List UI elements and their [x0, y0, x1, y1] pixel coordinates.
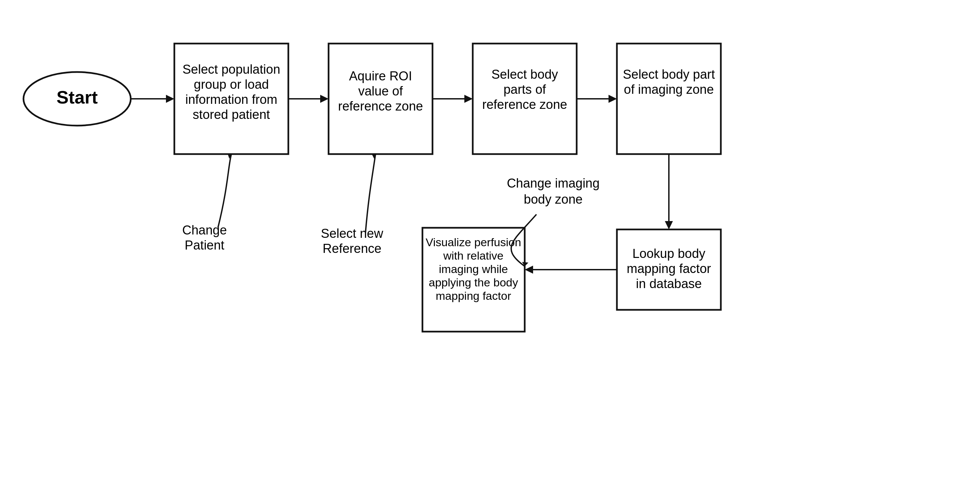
acquire-roi-node — [329, 44, 433, 154]
svg-text:mapping factor: mapping factor — [436, 290, 511, 302]
svg-text:Patient: Patient — [185, 238, 224, 252]
change-patient-label: Change — [182, 223, 227, 237]
select-patient-label: Select population — [182, 62, 280, 76]
svg-text:group or load: group or load — [194, 78, 269, 92]
select-body-part-imaging-label: Select body part — [623, 67, 715, 81]
svg-text:reference zone: reference zone — [482, 97, 567, 111]
diagram-container: Start Select population group or load in… — [0, 0, 980, 480]
svg-text:in database: in database — [636, 277, 702, 291]
svg-text:stored patient: stored patient — [193, 108, 270, 122]
lookup-body-mapping-label: Lookup body — [632, 247, 705, 261]
svg-text:imaging while: imaging while — [439, 263, 508, 275]
svg-text:parts of: parts of — [504, 82, 546, 97]
svg-text:value of: value of — [358, 84, 403, 98]
select-body-part-imaging-node — [617, 44, 721, 154]
start-label: Start — [56, 87, 97, 107]
svg-text:reference zone: reference zone — [338, 99, 423, 113]
svg-text:information from: information from — [185, 92, 278, 106]
svg-text:with relative: with relative — [443, 249, 504, 262]
svg-text:of imaging zone: of imaging zone — [624, 82, 714, 97]
visualize-perfusion-label: Visualize perfusion — [426, 236, 521, 249]
svg-text:mapping factor: mapping factor — [627, 261, 711, 276]
svg-text:body zone: body zone — [524, 192, 582, 206]
select-new-reference-label: Select new — [321, 227, 383, 241]
change-imaging-body-zone-label: Change imaging — [507, 176, 600, 190]
svg-text:applying the body: applying the body — [429, 276, 518, 289]
select-body-parts-label: Select body — [492, 67, 558, 81]
svg-text:Reference: Reference — [323, 241, 381, 255]
acquire-roi-label: Aquire ROI — [349, 69, 412, 83]
